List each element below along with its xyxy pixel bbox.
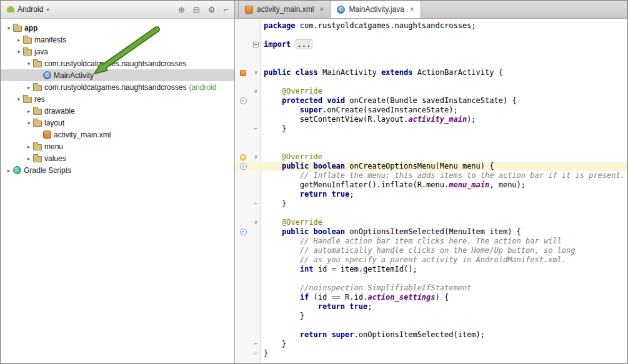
close-icon[interactable]: × [319,6,324,13]
code-line[interactable]: // as you specify a parent activity in A… [235,255,627,265]
close-icon[interactable]: × [410,6,414,13]
code-line[interactable]: ∨public class MainActivity extends Actio… [235,68,627,77]
tree-item[interactable]: CMainActivity [1,69,234,81]
tree-item[interactable]: ▾java [1,46,234,57]
code-text: int id = item.getItemId(); [261,265,417,274]
tree-item-label: MainActivity [54,71,94,80]
chevron-down-icon[interactable]: ▾ [4,25,13,31]
code-editor[interactable]: package com.rustyoldcatgames.naughtsandc… [235,19,627,363]
chevron-down-icon[interactable]: ▾ [14,96,23,102]
view-selector-label: Android [17,5,43,14]
settings-gear-icon[interactable]: ⚙ [208,6,216,14]
fold-end-icon[interactable]: ⌐ [254,342,257,347]
code-line[interactable]: setContentView(R.layout.activity_main); [235,115,627,124]
tree-item-label: activity_main.xml [54,130,111,139]
tree-item[interactable]: ▸com.rustyoldcatgames.naughtsandcrosses(… [1,81,234,93]
tree-item-label: menu [44,142,63,151]
chevron-right-icon[interactable]: ▸ [14,37,23,43]
tree-item[interactable]: activity_main.xml [1,129,234,140]
code-line[interactable]: // Inflate the menu; this adds items to … [235,171,627,180]
tree-item[interactable]: ▸drawable [1,105,234,117]
chevron-right-icon[interactable]: ▸ [24,84,33,91]
override-method-icon[interactable]: ↑ [240,229,247,235]
tree-item[interactable]: ▸Gradle Scripts [1,164,234,176]
hide-panel-icon[interactable]: ⌐ [223,6,228,14]
tree-item[interactable]: ▾com.rustyoldcatgames.naughtsandcrosses [1,57,234,69]
code-line[interactable]: ∨ @Override [235,87,627,96]
code-line[interactable]: ⌐ } [235,124,627,134]
tree-item[interactable]: ▾app [1,22,234,34]
code-line[interactable]: if (id == R.id.action_settings) { [235,293,627,302]
code-line[interactable]: //noinspection SimplifiableIfStatement [235,283,627,293]
android-class-marker-icon[interactable] [240,70,246,76]
fold-column: + [251,42,261,47]
chevron-right-icon[interactable]: ▸ [24,108,33,114]
code-line[interactable]: return true; [235,190,627,199]
code-line[interactable]: ↑ public boolean onOptionsItemSelected(M… [235,227,627,237]
code-line[interactable]: return true; [235,302,627,312]
code-line[interactable] [235,31,627,40]
code-line[interactable]: ⌐ } [235,340,627,349]
tree-item[interactable]: ▾layout [1,117,234,129]
code-line[interactable]: int id = item.getItemId(); [235,265,627,274]
code-line[interactable] [235,209,627,218]
code-line[interactable]: ↑ public boolean onCreateOptionsMenu(Men… [235,162,627,171]
tree-item[interactable]: ▾res [1,93,234,105]
tree-item-label: res [34,95,45,104]
tree-item[interactable]: ▸values [1,152,234,164]
fold-collapse-icon[interactable]: ∨ [254,154,257,160]
tree-item-label: app [24,24,37,32]
code-text [261,274,268,283]
code-line[interactable]: ⌐ } [235,199,627,209]
code-line[interactable] [235,274,627,283]
intention-bulb-icon[interactable] [240,154,246,160]
fold-collapse-icon[interactable]: ∨ [254,70,257,76]
code-line[interactable]: ∨ @Override [235,218,627,227]
fold-end-icon[interactable]: ⌐ [254,201,257,207]
override-method-icon[interactable]: ↑ [240,163,247,170]
code-line[interactable]: package com.rustyoldcatgames.naughtsandc… [235,21,627,31]
fold-end-icon[interactable]: ⌐ [254,126,257,132]
java-class-icon: C [43,71,51,79]
editor-tab[interactable]: CMainActivity.java× [331,1,421,18]
chevron-down-icon[interactable]: ▾ [24,61,33,67]
tree-item[interactable]: ▸manifests [1,34,234,46]
fold-collapse-icon[interactable]: ∨ [254,89,257,94]
chevron-down-icon: ▾ [46,7,49,12]
code-line[interactable]: return super.onOptionsItemSelected(item)… [235,330,627,340]
fold-expand-icon[interactable]: + [253,42,259,47]
code-line[interactable]: ↑ protected void onCreate(Bundle savedIn… [235,96,627,106]
code-line[interactable]: // Handle action bar item clicks here. T… [235,237,627,246]
code-text: getMenuInflater().inflate(R.menu.menu_ma… [261,180,526,190]
tree-item-label: layout [44,119,64,127]
code-line[interactable]: ∨ @Override [235,152,627,162]
code-line[interactable] [235,134,627,143]
chevron-down-icon[interactable]: ▾ [14,49,23,55]
project-view-selector[interactable]: Android ▾ [7,5,49,14]
code-line[interactable] [235,143,627,152]
chevron-right-icon[interactable]: ▸ [24,155,33,162]
code-line[interactable] [235,59,627,68]
code-line[interactable]: +import ... [235,40,627,49]
code-line[interactable]: super.onCreate(savedInstanceState); [235,106,627,115]
code-line[interactable]: // automatically handle clicks on the Ho… [235,246,627,255]
scroll-from-source-icon[interactable]: ⊕ [178,6,185,14]
fold-collapse-icon[interactable]: ∨ [254,220,257,225]
code-line[interactable]: ⌐} [235,349,627,358]
code-line[interactable] [235,49,627,59]
android-icon [7,6,14,12]
code-line[interactable] [235,321,627,330]
collapse-all-icon[interactable]: ⊟ [193,6,200,14]
override-method-icon[interactable]: ↑ [240,97,247,104]
code-line[interactable] [235,77,627,87]
gutter-icon-cell [235,70,251,76]
tree-item[interactable]: ▸menu [1,140,234,152]
chevron-right-icon[interactable]: ▸ [24,144,33,150]
fold-end-icon[interactable]: ⌐ [254,351,257,357]
code-line[interactable]: getMenuInflater().inflate(R.menu.menu_ma… [235,180,627,190]
java-class-icon: C [337,6,345,14]
chevron-down-icon[interactable]: ▾ [24,120,33,126]
chevron-right-icon[interactable]: ▸ [4,167,13,174]
code-line[interactable]: } [235,312,627,321]
editor-tab[interactable]: activity_main.xml× [238,1,331,18]
